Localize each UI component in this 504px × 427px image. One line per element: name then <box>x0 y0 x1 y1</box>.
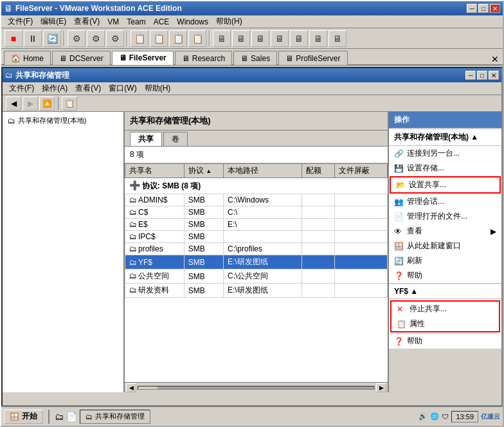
tab-home[interactable]: 🏠 Home <box>4 51 51 65</box>
horizontal-scrollbar[interactable]: ◀ ▶ <box>125 382 388 392</box>
toolbar-btn8[interactable]: 🖥 <box>213 30 231 47</box>
toolbar-btn9[interactable]: 🖥 <box>232 30 250 47</box>
mmc-menu-view[interactable]: 查看(V) <box>71 82 105 95</box>
toolbar-btn7[interactable]: 📋 <box>188 30 206 47</box>
col-name[interactable]: 共享名 <box>125 164 184 178</box>
mmc-restore[interactable]: □ <box>477 71 487 80</box>
scroll-left-btn[interactable]: ◀ <box>126 383 136 392</box>
menu-edit[interactable]: 编辑(E) <box>37 15 70 28</box>
table-row[interactable]: 🗂IPC$ SMB <box>125 231 388 243</box>
toolbar-power-btn[interactable]: ■ <box>4 30 22 47</box>
window-controls: ─ □ ✕ <box>467 4 500 13</box>
toolbar-btn1[interactable]: ⚙ <box>68 30 86 47</box>
mmc-close[interactable]: ✕ <box>489 71 499 80</box>
table-row[interactable]: 🗂ADMIN$ SMB C:\Windows <box>125 194 388 206</box>
scroll-thumb[interactable] <box>138 386 158 389</box>
col-quota[interactable]: 配额 <box>302 164 335 178</box>
mmc-minimize[interactable]: ─ <box>465 71 476 80</box>
yf-expand-icon: ▲ <box>410 287 418 296</box>
mmc-menu-action[interactable]: 操作(A) <box>38 82 71 95</box>
menu-file[interactable]: 文件(F) <box>4 15 37 28</box>
tab-profileserver-label: ProfileServer <box>296 54 340 63</box>
toolbar-btn3[interactable]: ⚙ <box>106 30 124 47</box>
scroll-right-btn[interactable]: ▶ <box>376 383 386 392</box>
center-tab-volume[interactable]: 卷 <box>163 132 188 146</box>
menu-help[interactable]: 帮助(H) <box>212 15 246 28</box>
toolbar-btn12[interactable]: 🖥 <box>290 30 308 47</box>
tab-sales[interactable]: 🖥 Sales <box>233 51 277 65</box>
table-row[interactable]: 🗂公共空间 SMB C:\公共空间 <box>125 269 388 284</box>
menu-ace[interactable]: ACE <box>150 16 174 28</box>
start-button[interactable]: 🪟 开始 <box>4 410 43 424</box>
table-row[interactable]: 🗂C$ SMB C:\ <box>125 206 388 219</box>
table-row[interactable]: 🗂profiles SMB C:\profiles <box>125 243 388 255</box>
tab-dcserver[interactable]: 🖥 DCServer <box>52 51 111 65</box>
mmc-forward-btn[interactable]: ▶ <box>22 96 38 111</box>
action-stop-share[interactable]: ✕ 停止共享... <box>392 302 499 316</box>
toolbar-btn4[interactable]: 📋 <box>130 30 148 47</box>
mmc-up-btn[interactable]: 🔼 <box>39 96 55 111</box>
col-path[interactable]: 本地路径 <box>223 164 302 178</box>
toolbar-btn11[interactable]: 🖥 <box>271 30 289 47</box>
action-connect[interactable]: 🔗 连接到另一台... <box>389 146 501 161</box>
mmc-menu-file[interactable]: 文件(F) <box>5 82 38 95</box>
close-button[interactable]: ✕ <box>490 4 500 13</box>
vm-tab-bar: 🏠 Home 🖥 DCServer 🖥 FileServer 🖥 Researc… <box>1 49 503 66</box>
share-table-scroll[interactable]: 共享名 协议 ▲ 本地路径 配额 文件屏蔽 <box>125 163 388 382</box>
action-share-setup[interactable]: 📂 设置共享... <box>390 176 501 194</box>
toolbar-refresh-btn[interactable]: 🔄 <box>43 30 61 47</box>
toolbar-pause-btn[interactable]: ⏸ <box>24 30 42 47</box>
taskbar-icon1: 🗂 <box>55 412 64 422</box>
tab-research[interactable]: 🖥 Research <box>175 51 232 65</box>
mmc-menu-bar: 文件(F) 操作(A) 查看(V) 窗口(W) 帮助(H) <box>3 82 501 95</box>
col-protocol[interactable]: 协议 ▲ <box>184 164 223 178</box>
action-share-icon: 📂 <box>396 181 406 190</box>
toolbar-btn10[interactable]: 🖥 <box>251 30 269 47</box>
tab-bar-close[interactable]: ✕ <box>487 54 503 64</box>
taskbar-mmc-item[interactable]: 🗂 共享和存储管理 <box>80 410 150 424</box>
toolbar-btn14[interactable]: 🖥 <box>328 30 346 47</box>
mmc-menu-window[interactable]: 窗口(W) <box>105 82 140 95</box>
toolbar-btn5[interactable]: 📋 <box>150 30 168 47</box>
menu-view[interactable]: 查看(V) <box>70 15 104 28</box>
minimize-button[interactable]: ─ <box>467 4 477 13</box>
action-help-yf[interactable]: ❓ 帮助 <box>389 334 501 349</box>
maximize-button[interactable]: □ <box>478 4 489 13</box>
tab-home-label: Home <box>23 54 44 63</box>
mmc-menu-help[interactable]: 帮助(H) <box>141 82 175 95</box>
action-help-main[interactable]: ❓ 帮助 <box>389 268 501 283</box>
action-sessions[interactable]: 👥 管理会话... <box>389 194 501 209</box>
toolbar-btn13[interactable]: 🖥 <box>309 30 327 47</box>
action-help-yf-icon: ❓ <box>394 337 404 346</box>
sys-icon-network: 🌐 <box>430 412 439 421</box>
action-help-icon: ❓ <box>394 271 404 280</box>
action-storage[interactable]: 💾 设置存储... <box>389 161 501 176</box>
action-view[interactable]: 👁 查看 ▶ <box>389 224 501 239</box>
action-help-yf-label: 帮助 <box>407 336 422 347</box>
menu-vm[interactable]: VM <box>104 16 123 28</box>
row-icon: 🗂 <box>129 244 137 253</box>
toolbar-btn2[interactable]: ⚙ <box>87 30 105 47</box>
action-open-files[interactable]: 📄 管理打开的文件... <box>389 209 501 224</box>
menu-windows[interactable]: Windows <box>173 16 212 28</box>
mmc-back-btn[interactable]: ◀ <box>6 96 21 111</box>
action-new-window[interactable]: 🪟 从此处新建窗口 <box>389 239 501 253</box>
scroll-track[interactable] <box>138 386 375 390</box>
col-filter[interactable]: 文件屏蔽 <box>335 164 388 178</box>
action-properties[interactable]: 📋 属性 <box>392 316 499 331</box>
menu-team[interactable]: Team <box>123 16 149 28</box>
action-refresh[interactable]: 🔄 刷新 <box>389 253 501 268</box>
mmc-btn1[interactable]: 📋 <box>62 96 77 111</box>
tab-fileserver[interactable]: 🖥 FileServer <box>112 51 174 65</box>
row-icon: 🗂 <box>129 258 137 267</box>
toolbar-btn6[interactable]: 📋 <box>169 30 187 47</box>
action-share-label: 设置共享... <box>409 179 446 190</box>
tree-item-root[interactable]: 🗂 共享和存储管理(本地) <box>5 114 121 127</box>
start-icon: 🪟 <box>10 412 19 421</box>
tab-profileserver[interactable]: 🖥 ProfileServer <box>278 51 347 65</box>
status-right: 🔊 🌐 🛡 13:59 亿速云 <box>419 411 500 422</box>
center-tab-share[interactable]: 共享 <box>130 132 162 146</box>
table-row[interactable]: 🗂E$ SMB E:\ <box>125 219 388 231</box>
table-row[interactable]: 🗂研发资料 SMB E:\研发图纸 <box>125 284 388 298</box>
table-row-selected[interactable]: 🗂YF$ SMB E:\研发图纸 <box>125 255 388 269</box>
